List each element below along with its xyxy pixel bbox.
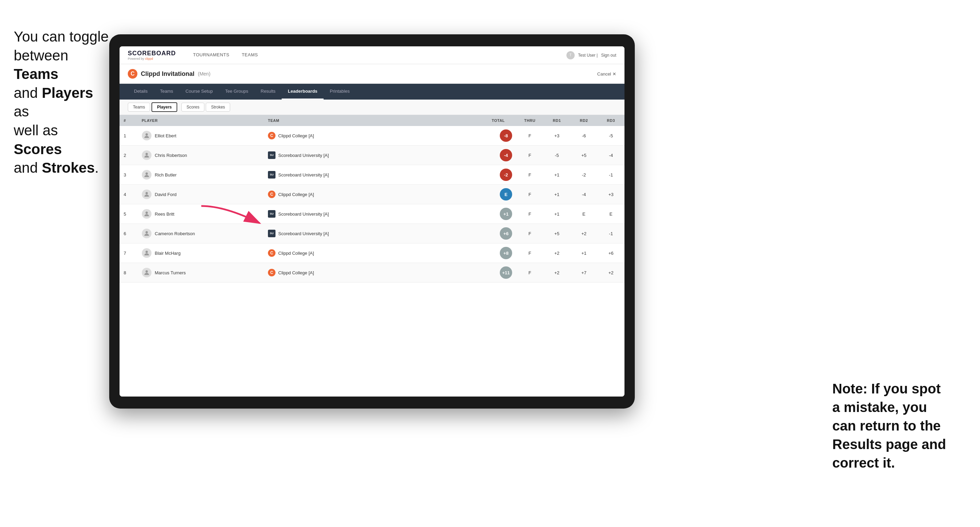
cell-total: -4 xyxy=(480,146,516,165)
sub-nav-printables[interactable]: Printables xyxy=(324,84,356,100)
cell-rd2: -4 xyxy=(571,185,598,204)
svg-point-2 xyxy=(145,172,148,175)
toggle-scores-button[interactable]: Scores xyxy=(181,103,204,111)
top-nav: SCOREBOARD Powered by clippd TOURNAMENTS… xyxy=(119,46,624,64)
col-header-total: TOTAL xyxy=(480,115,516,126)
sub-nav-details[interactable]: Details xyxy=(128,84,154,100)
score-badge: E xyxy=(500,188,512,200)
cell-num: 5 xyxy=(119,204,138,224)
player-avatar xyxy=(142,229,151,238)
player-avatar xyxy=(142,209,151,219)
cell-thru: F xyxy=(516,126,543,146)
score-badge: +8 xyxy=(500,247,512,259)
cell-rd2: E xyxy=(571,204,598,224)
right-annotation: Note: If you spota mistake, youcan retur… xyxy=(832,379,970,472)
score-badge: +6 xyxy=(500,227,512,240)
nav-tournaments[interactable]: TOURNAMENTS xyxy=(187,46,235,64)
svg-point-5 xyxy=(145,231,148,233)
toggle-players-button[interactable]: Players xyxy=(151,102,177,112)
logo-area: SCOREBOARD Powered by clippd xyxy=(128,50,176,60)
cell-rd3: +2 xyxy=(597,263,624,283)
cell-thru: F xyxy=(516,204,543,224)
cell-rd3: -5 xyxy=(597,126,624,146)
cell-team: CClippd College [A] xyxy=(264,263,480,283)
cell-rd3: -1 xyxy=(597,165,624,185)
table-row: 1Elliot EbertCClippd College [A]-8F+3-6-… xyxy=(119,126,624,146)
cell-total: +6 xyxy=(480,224,516,243)
sub-nav-course-setup[interactable]: Course Setup xyxy=(179,84,219,100)
score-badge: +1 xyxy=(500,208,512,220)
cell-team: SUScoreboard University [A] xyxy=(264,165,480,185)
toggle-strokes-button[interactable]: Strokes xyxy=(206,103,230,111)
cell-rd2: +2 xyxy=(571,224,598,243)
tournament-title-area: C Clippd Invitational (Men) xyxy=(128,69,210,79)
sub-nav-tee-groups[interactable]: Tee Groups xyxy=(219,84,255,100)
cell-num: 6 xyxy=(119,224,138,243)
cell-player: Cameron Robertson xyxy=(138,224,264,243)
cell-thru: F xyxy=(516,165,543,185)
cell-thru: F xyxy=(516,263,543,283)
cell-thru: F xyxy=(516,146,543,165)
team-logo: SU xyxy=(268,171,275,179)
player-avatar xyxy=(142,150,151,160)
cell-total: -8 xyxy=(480,126,516,146)
cell-num: 2 xyxy=(119,146,138,165)
cell-rd3: +6 xyxy=(597,243,624,263)
cell-player: Elliot Ebert xyxy=(138,126,264,146)
col-header-player: PLAYER xyxy=(138,115,264,126)
cancel-button[interactable]: Cancel ✕ xyxy=(597,71,616,76)
sub-nav-teams[interactable]: Teams xyxy=(154,84,179,100)
cell-thru: F xyxy=(516,185,543,204)
toggle-teams-button[interactable]: Teams xyxy=(128,103,150,111)
tablet-screen: SCOREBOARD Powered by clippd TOURNAMENTS… xyxy=(119,46,624,397)
cell-team: SUScoreboard University [A] xyxy=(264,204,480,224)
tournament-gender: (Men) xyxy=(198,71,210,76)
left-annotation: You can toggle between Teams and Players… xyxy=(14,27,110,178)
cell-rd3: E xyxy=(597,204,624,224)
cell-num: 7 xyxy=(119,243,138,263)
sub-nav-results[interactable]: Results xyxy=(255,84,282,100)
cell-rd2: +7 xyxy=(571,263,598,283)
cell-team: CClippd College [A] xyxy=(264,185,480,204)
cell-total: +11 xyxy=(480,263,516,283)
svg-point-4 xyxy=(145,211,148,214)
table-row: 6Cameron RobertsonSUScoreboard Universit… xyxy=(119,224,624,243)
svg-point-7 xyxy=(145,270,148,273)
svg-point-1 xyxy=(145,153,148,155)
team-logo: SU xyxy=(268,230,275,237)
nav-user: T Test User | Sign out xyxy=(566,51,616,59)
nav-teams[interactable]: TEAMS xyxy=(235,46,264,64)
player-avatar xyxy=(142,189,151,199)
score-badge: -4 xyxy=(500,149,512,161)
score-badge: -8 xyxy=(500,129,512,142)
table-row: 4David FordCClippd College [A]EF+1-4+3 xyxy=(119,185,624,204)
cell-thru: F xyxy=(516,224,543,243)
svg-point-6 xyxy=(145,251,148,253)
cell-rd2: +5 xyxy=(571,146,598,165)
app-logo-sub: Powered by clippd xyxy=(128,57,176,60)
table-row: 8Marcus TurnersCClippd College [A]+11F+2… xyxy=(119,263,624,283)
col-header-rd1: RD1 xyxy=(543,115,571,126)
sub-nav-leaderboards[interactable]: Leaderboards xyxy=(282,84,324,100)
cell-rd1: -5 xyxy=(543,146,571,165)
cell-team: SUScoreboard University [A] xyxy=(264,224,480,243)
col-header-num: # xyxy=(119,115,138,126)
team-logo: C xyxy=(268,249,275,257)
cell-rd3: -1 xyxy=(597,224,624,243)
cell-num: 1 xyxy=(119,126,138,146)
cell-rd2: -2 xyxy=(571,165,598,185)
cell-rd1: +1 xyxy=(543,165,571,185)
team-logo: C xyxy=(268,132,275,140)
team-logo: SU xyxy=(268,210,275,217)
cell-player: Rich Butler xyxy=(138,165,264,185)
team-logo: C xyxy=(268,269,275,276)
cell-rd1: +3 xyxy=(543,126,571,146)
sign-out-link[interactable]: Sign out xyxy=(601,53,616,58)
tournament-logo: C xyxy=(128,69,137,79)
col-header-rd3: RD3 xyxy=(597,115,624,126)
player-avatar xyxy=(142,248,151,258)
leaderboard-tbody: 1Elliot EbertCClippd College [A]-8F+3-6-… xyxy=(119,126,624,283)
cell-rd1: +1 xyxy=(543,204,571,224)
toggle-bar: Teams Players Scores Strokes xyxy=(119,100,624,115)
nav-links: TOURNAMENTS TEAMS xyxy=(187,46,566,64)
